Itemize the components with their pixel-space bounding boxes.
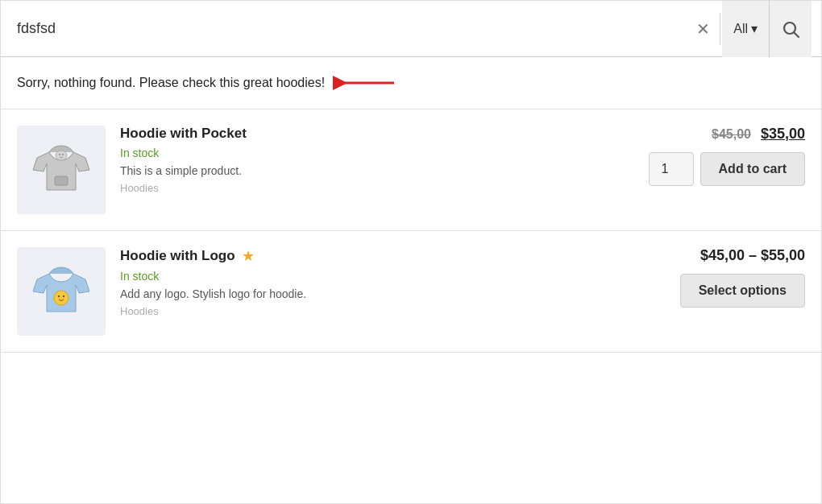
star-icon: ★: [242, 247, 255, 265]
clear-icon: ✕: [696, 19, 710, 39]
quantity-input[interactable]: [649, 152, 694, 186]
search-button[interactable]: [769, 1, 812, 57]
product-info: Hoodie with Pocket In stock This is a si…: [120, 126, 613, 194]
product-category: Hoodies: [120, 182, 613, 194]
svg-point-8: [54, 291, 68, 305]
product-status: In stock: [120, 147, 613, 159]
all-label: All: [733, 22, 748, 36]
product-description: Add any logo. Stylish logo for hoodie.: [120, 287, 613, 300]
product-item: Hoodie with Pocket In stock This is a si…: [1, 109, 821, 231]
svg-line-1: [795, 32, 799, 37]
search-input[interactable]: [10, 20, 688, 37]
product-actions: $45,00 $35,00 Add to cart: [628, 126, 805, 186]
product-name: Hoodie with Pocket: [120, 126, 613, 142]
search-icon: [781, 19, 800, 39]
svg-rect-4: [55, 176, 68, 185]
price-old: $45,00: [712, 127, 751, 142]
price-range: $45,00 – $55,00: [700, 247, 805, 264]
add-to-cart-button[interactable]: Add to cart: [700, 152, 805, 186]
svg-point-6: [59, 154, 60, 155]
divider: [720, 13, 720, 45]
red-arrow-icon: [333, 72, 397, 94]
qty-cart-row: Add to cart: [649, 152, 805, 186]
svg-point-9: [58, 295, 60, 297]
product-actions: $45,00 – $55,00 Select options: [628, 247, 805, 308]
product-thumbnail: [17, 247, 106, 336]
product-info: Hoodie with Logo ★ In stock Add any logo…: [120, 247, 613, 317]
product-name: Hoodie with Logo: [120, 248, 235, 264]
select-options-button[interactable]: Select options: [680, 274, 805, 308]
price-new: $35,00: [761, 126, 805, 143]
product-status: In stock: [120, 270, 613, 283]
all-filter-button[interactable]: All ▾: [722, 1, 769, 57]
product-item: Hoodie with Logo ★ In stock Add any logo…: [1, 231, 821, 353]
product-description: This is a simple product.: [120, 164, 613, 177]
product-thumbnail: [17, 126, 106, 214]
price-row: $45,00 – $55,00: [700, 247, 805, 264]
chevron-down-icon: ▾: [751, 21, 758, 36]
price-row: $45,00 $35,00: [712, 126, 805, 143]
hoodie-pocket-image: [29, 138, 93, 202]
svg-point-5: [56, 151, 67, 160]
hoodie-logo-image: [29, 259, 93, 324]
svg-point-7: [62, 154, 64, 155]
not-found-bar: Sorry, nothing found. Please check this …: [1, 57, 821, 109]
clear-button[interactable]: ✕: [688, 14, 718, 43]
not-found-text: Sorry, nothing found. Please check this …: [17, 76, 325, 90]
svg-point-10: [63, 295, 64, 297]
search-bar: ✕ All ▾: [1, 1, 821, 57]
product-category: Hoodies: [120, 305, 613, 317]
